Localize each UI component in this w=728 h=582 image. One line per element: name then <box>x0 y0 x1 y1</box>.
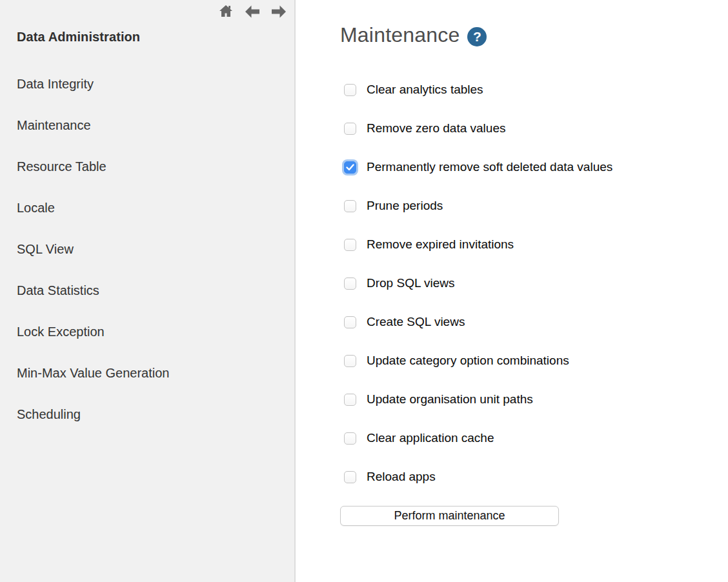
maintenance-option-update-organisation-unit-paths[interactable]: Update organisation unit paths <box>340 380 728 419</box>
sidebar-item-lock-exception[interactable]: Lock Exception <box>0 311 294 352</box>
checkbox[interactable] <box>344 394 356 406</box>
maintenance-option-clear-analytics-tables[interactable]: Clear analytics tables <box>340 70 728 109</box>
sidebar-item-maintenance[interactable]: Maintenance <box>0 105 294 146</box>
checkbox[interactable] <box>344 277 356 290</box>
maintenance-option-clear-application-cache[interactable]: Clear application cache <box>340 419 728 457</box>
checkbox-label: Create SQL views <box>367 315 465 329</box>
sidebar-item-label: Data Integrity <box>17 77 94 92</box>
sidebar-item-label: Maintenance <box>17 118 91 133</box>
checkbox-label: Update organisation unit paths <box>367 392 533 406</box>
arrow-right-icon[interactable] <box>270 3 288 20</box>
main-content: Maintenance ? Clear analytics tables <box>296 0 728 582</box>
checkbox[interactable] <box>344 316 356 328</box>
maintenance-option-remove-zero-data-values[interactable]: Remove zero data values <box>340 109 728 148</box>
sidebar-item-min-max-value-generation[interactable]: Min-Max Value Generation <box>0 352 294 394</box>
checkbox-label: Permanently remove soft deleted data val… <box>367 160 612 174</box>
sidebar-item-resource-table[interactable]: Resource Table <box>0 146 294 187</box>
home-icon[interactable] <box>217 3 235 20</box>
sidebar-item-label: Min-Max Value Generation <box>17 366 169 381</box>
checkbox[interactable] <box>344 239 356 251</box>
sidebar-item-data-integrity[interactable]: Data Integrity <box>0 63 294 105</box>
checkbox-label: Prune periods <box>367 199 443 213</box>
checkbox-label: Reload apps <box>367 470 436 484</box>
checkbox[interactable] <box>344 200 356 212</box>
maintenance-option-permanently-remove-soft-deleted-data-values[interactable]: Permanently remove soft deleted data val… <box>340 148 728 186</box>
checkbox-label: Clear application cache <box>367 431 494 445</box>
sidebar-item-label: Lock Exception <box>17 325 105 339</box>
checkmark-icon <box>346 164 354 171</box>
sidebar-item-locale[interactable]: Locale <box>0 187 294 228</box>
checkbox-label: Remove zero data values <box>367 121 505 135</box>
maintenance-option-remove-expired-invitations[interactable]: Remove expired invitations <box>340 225 728 264</box>
app-window: Data Administration Data Integrity Maint… <box>0 0 728 582</box>
maintenance-option-create-sql-views[interactable]: Create SQL views <box>340 303 728 341</box>
arrow-left-icon[interactable] <box>243 3 261 20</box>
checkbox[interactable] <box>344 432 356 445</box>
sidebar-item-sql-view[interactable]: SQL View <box>0 228 294 270</box>
checkbox[interactable] <box>344 355 356 367</box>
sidebar-item-label: Scheduling <box>17 407 81 422</box>
checkbox-label: Clear analytics tables <box>367 83 483 97</box>
page-header: Maintenance ? <box>340 23 728 47</box>
maintenance-option-reload-apps[interactable]: Reload apps <box>340 457 728 496</box>
sidebar-item-label: Data Statistics <box>17 283 99 298</box>
checkbox[interactable] <box>344 123 356 135</box>
perform-maintenance-button[interactable]: Perform maintenance <box>340 506 559 526</box>
maintenance-option-drop-sql-views[interactable]: Drop SQL views <box>340 264 728 303</box>
nav-icon-bar <box>217 3 288 20</box>
page-title: Maintenance <box>340 23 460 47</box>
checkbox[interactable] <box>344 84 356 96</box>
checkbox[interactable] <box>344 471 356 483</box>
sidebar-nav: Data Integrity Maintenance Resource Tabl… <box>0 63 294 435</box>
checkbox-label: Drop SQL views <box>367 276 455 290</box>
maintenance-option-prune-periods[interactable]: Prune periods <box>340 186 728 225</box>
sidebar-item-label: SQL View <box>17 242 74 257</box>
sidebar-item-scheduling[interactable]: Scheduling <box>0 394 294 435</box>
maintenance-option-update-category-option-combinations[interactable]: Update category option combinations <box>340 341 728 380</box>
maintenance-options-list: Clear analytics tables Remove zero data … <box>340 70 728 496</box>
sidebar-item-data-statistics[interactable]: Data Statistics <box>0 270 294 311</box>
sidebar-item-label: Locale <box>17 201 55 216</box>
sidebar-item-label: Resource Table <box>17 159 106 174</box>
checkbox-label: Update category option combinations <box>367 354 569 368</box>
sidebar: Data Administration Data Integrity Maint… <box>0 0 296 582</box>
help-icon[interactable]: ? <box>467 27 487 46</box>
checkbox-label: Remove expired invitations <box>367 237 514 252</box>
checkbox[interactable] <box>344 161 356 174</box>
